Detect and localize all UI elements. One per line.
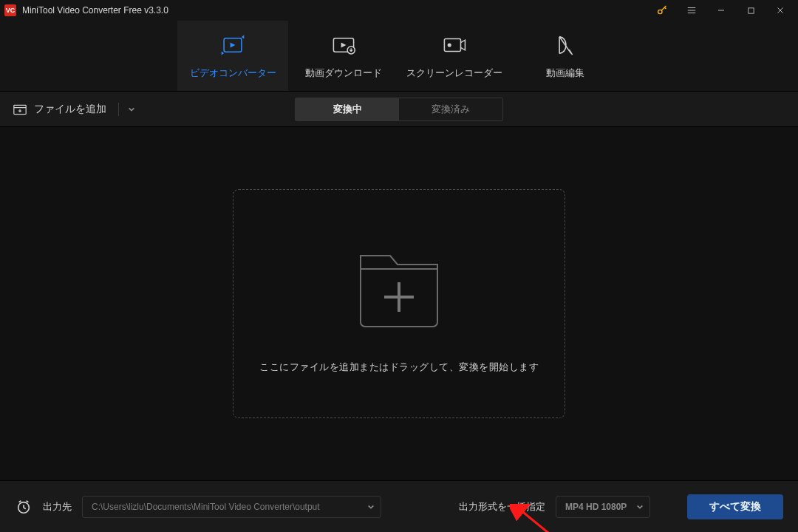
tab-label: 動画編集 <box>546 66 584 80</box>
output-format-select[interactable]: MP4 HD 1080P <box>556 496 650 518</box>
app-title: MiniTool Video Converter Free v3.3.0 <box>22 5 168 16</box>
main-nav: ビデオコンバーター 動画ダウンロード スクリーンレコーダー 動画編集 <box>0 21 798 92</box>
add-file-button[interactable]: ファイルを追加 <box>0 92 146 126</box>
segment-converting[interactable]: 変換中 <box>296 98 399 120</box>
maximize-button[interactable] <box>736 0 765 21</box>
tab-video-converter[interactable]: ビデオコンバーター <box>177 21 288 91</box>
output-to-label: 出力先 <box>43 500 72 514</box>
svg-point-0 <box>658 10 662 13</box>
schedule-button[interactable] <box>15 498 33 516</box>
main-body: ここにファイルを追加またはドラッグして、変換を開始します <box>0 127 798 480</box>
download-icon <box>331 33 356 58</box>
minimize-button[interactable] <box>706 0 736 21</box>
menu-button[interactable] <box>677 0 706 21</box>
edit-icon <box>555 33 576 58</box>
chevron-down-icon <box>128 106 135 113</box>
folder-plus-icon <box>347 233 451 340</box>
output-path-value: C:\Users\lizlu\Documents\MiniTool Video … <box>92 502 320 512</box>
titlebar: VC MiniTool Video Converter Free v3.3.0 <box>0 0 798 21</box>
app-logo-icon: VC <box>4 4 16 16</box>
dropzone-text: ここにファイルを追加またはドラッグして、変換を開始します <box>259 361 539 374</box>
recorder-icon <box>442 33 467 58</box>
output-path-select[interactable]: C:\Users\lizlu\Documents\MiniTool Video … <box>82 496 381 518</box>
output-format-value: MP4 HD 1080P <box>565 502 627 512</box>
svg-rect-5 <box>444 38 460 51</box>
svg-rect-1 <box>748 7 753 13</box>
toolbar: ファイルを追加 変換中 変換済み <box>0 92 798 127</box>
chevron-down-icon <box>367 503 375 511</box>
segment-converted[interactable]: 変換済み <box>399 98 502 120</box>
tab-video-edit[interactable]: 動画編集 <box>510 21 621 91</box>
tab-video-download[interactable]: 動画ダウンロード <box>288 21 399 91</box>
footer: 出力先 C:\Users\lizlu\Documents\MiniTool Vi… <box>0 480 798 532</box>
svg-point-6 <box>448 43 451 47</box>
add-file-label: ファイルを追加 <box>34 103 106 116</box>
status-segments: 変換中 変換済み <box>295 98 503 121</box>
tab-label: 動画ダウンロード <box>305 66 382 80</box>
dropzone[interactable]: ここにファイルを追加またはドラッグして、変換を開始します <box>233 189 565 418</box>
close-button[interactable] <box>765 0 795 21</box>
upgrade-key-button[interactable] <box>647 0 677 21</box>
output-format-label: 出力形式を一括指定 <box>459 500 545 514</box>
tab-label: スクリーンレコーダー <box>406 66 502 80</box>
converter-icon <box>220 33 245 58</box>
tab-screen-recorder[interactable]: スクリーンレコーダー <box>399 21 510 91</box>
chevron-down-icon <box>636 503 644 511</box>
tab-label: ビデオコンバーター <box>190 66 276 80</box>
convert-all-button[interactable]: すべて変換 <box>687 494 783 519</box>
add-file-icon <box>13 103 27 115</box>
